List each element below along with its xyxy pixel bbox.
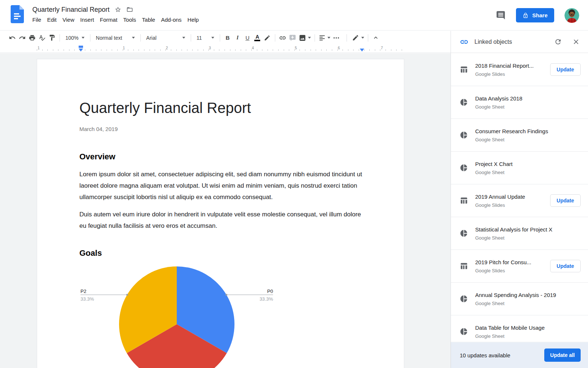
chevron-down-icon [327,37,330,39]
user-avatar[interactable] [564,8,579,23]
ruler-number: 5 [295,46,297,50]
highlighter-icon [264,35,270,41]
app-header: Quarterly Financial Report File Edit Vie… [0,0,588,31]
doc-paragraph-2[interactable]: Duis autem vel eum iriure dolor in hendr… [79,209,364,231]
ruler-number: 1 [37,46,40,50]
comments-icon[interactable] [496,10,506,20]
font-family-select[interactable]: Arial [143,33,188,43]
italic-button[interactable]: I [233,33,243,43]
table-chart-icon [460,197,468,205]
font-size-select[interactable]: 11 [194,33,217,43]
doc-paragraph-1[interactable]: Lorem ipsum dolor sit amet, consectetuer… [79,169,364,203]
insert-image-button[interactable] [298,33,312,43]
update-button[interactable]: Update [550,63,581,76]
ruler[interactable]: 1 1 2 3 4 5 6 7 [0,45,451,53]
undo-icon [9,34,16,41]
chevron-down-icon [182,37,185,39]
toolbar-separator [60,34,60,42]
document-page[interactable]: Quarterly Financial Report March 04, 201… [37,59,404,368]
linked-objects-sidebar: Linked objects 2018 Financial Report... … [451,31,588,368]
print-button[interactable] [27,33,37,43]
chevron-down-icon [308,37,311,39]
move-folder-icon[interactable] [126,6,133,13]
linked-object-title: Statistical Analysis for Project X [475,226,581,233]
more-options-button[interactable] [331,33,341,43]
undo-button[interactable] [7,33,17,43]
goals-pie-chart[interactable]: P2 33.3% P0 33.3% [37,258,405,368]
paint-format-button[interactable] [47,33,57,43]
toolbar-separator [315,34,315,42]
right-indent-marker[interactable] [360,49,364,52]
toolbar-separator [347,34,347,42]
ruler-number: 4 [252,46,254,50]
update-all-button[interactable]: Update all [544,348,581,362]
menu-addons[interactable]: Add-ons [158,16,184,24]
spellcheck-button[interactable] [37,33,47,43]
pie-chart-icon [460,328,468,336]
linked-object-row[interactable]: Consumer Research Findings Google Sheet [451,119,588,152]
add-comment-button[interactable] [288,33,298,43]
toolbar: 100% Normal text Arial 11 B I U A [0,31,451,45]
text-color-button[interactable]: A [252,33,262,43]
menu-insert[interactable]: Insert [77,16,97,24]
linked-object-title: 2019 Pitch for Consu... [475,259,550,265]
toolbar-separator [220,34,220,42]
insert-link-button[interactable] [278,33,288,43]
linked-object-type: Google Slides [475,71,550,77]
doc-date[interactable]: March 04, 2019 [79,126,118,132]
align-left-icon [319,34,326,41]
menu-edit[interactable]: Edit [44,16,60,24]
zoom-select[interactable]: 100% [62,33,87,43]
doc-heading-goals[interactable]: Goals [79,248,102,258]
callout-dot-p2 [126,294,128,296]
doc-heading-overview[interactable]: Overview [79,152,115,162]
toolbar-separator [275,34,275,42]
editing-mode-button[interactable] [351,33,365,43]
align-button[interactable] [318,33,331,43]
close-sidebar-button[interactable] [572,38,580,46]
doc-heading-title[interactable]: Quarterly Financial Report [79,100,251,116]
more-dots-icon [333,34,340,42]
highlight-color-button[interactable] [262,33,272,43]
collapse-toolbar-button[interactable] [371,33,381,43]
star-icon[interactable] [115,6,121,13]
sidebar-title: Linked objects [474,39,554,45]
paragraph-style-select[interactable]: Normal text [93,33,138,43]
underline-button[interactable]: U [243,33,252,43]
linked-object-type: Google Sheet [475,235,581,241]
toolbar-separator [368,34,368,42]
ruler-number: 1 [123,46,125,50]
refresh-button[interactable] [554,38,562,46]
menu-view[interactable]: View [60,16,77,24]
linked-object-row[interactable]: Project X Chart Google Sheet [451,152,588,184]
ruler-number: 6 [338,46,340,50]
menu-tools[interactable]: Tools [120,16,139,24]
sidebar-header: Linked objects [451,31,588,53]
menu-table[interactable]: Table [139,16,158,24]
bold-button[interactable]: B [223,33,233,43]
document-title[interactable]: Quarterly Financial Report [32,6,110,14]
redo-button[interactable] [17,33,27,43]
left-indent-marker[interactable] [79,49,83,52]
update-button[interactable]: Update [550,260,581,272]
linked-object-row[interactable]: 2018 Financial Report... Google Slides U… [451,53,588,86]
link-icon [460,38,469,46]
share-button[interactable]: Share [516,8,554,22]
linked-object-row[interactable]: 2019 Annual Update Google Slides Update [451,184,588,217]
menu-help[interactable]: Help [184,16,202,24]
menu-format[interactable]: Format [97,16,121,24]
linked-object-title: Data Analysis 2018 [475,95,581,102]
linked-object-row[interactable]: Statistical Analysis for Project X Googl… [451,217,588,250]
linked-object-row[interactable]: Data Analysis 2018 Google Sheet [451,86,588,119]
menu-file[interactable]: File [29,16,44,24]
linked-object-title: 2018 Financial Report... [475,63,550,69]
linked-object-row[interactable]: Annual Spending Analysis - 2019 Google S… [451,283,588,315]
chevron-down-icon [211,37,214,39]
linked-object-title: 2019 Annual Update [475,194,550,200]
pie-chart-icon [460,98,468,106]
link-icon [279,34,286,42]
google-docs-logo-icon[interactable] [11,5,24,23]
linked-object-row[interactable]: 2019 Pitch for Consu... Google Slides Up… [451,250,588,283]
first-line-indent-marker[interactable] [79,46,83,48]
update-button[interactable]: Update [550,194,581,207]
